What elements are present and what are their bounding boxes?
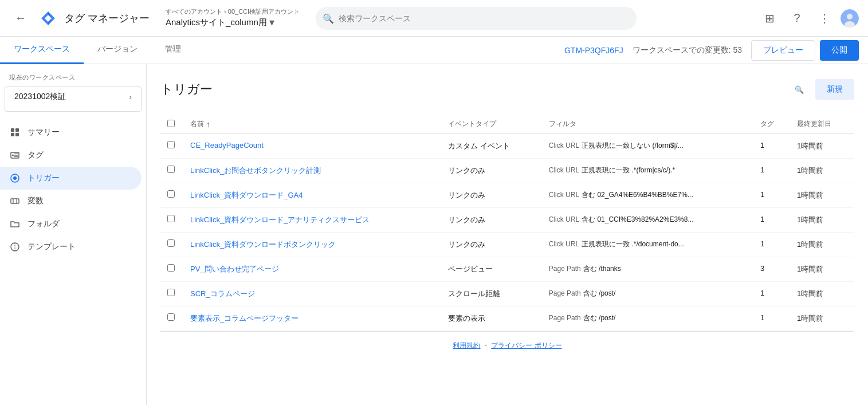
svg-point-11: [12, 155, 14, 156]
row-checkbox-3[interactable]: [167, 215, 175, 222]
workspace-id: GTM-P3QFJ6FJ: [564, 46, 633, 55]
sidebar-item-variables[interactable]: 変数: [0, 190, 142, 213]
back-button[interactable]: ←: [9, 7, 32, 30]
avatar[interactable]: [840, 9, 859, 27]
page-title: トリガー: [160, 81, 213, 98]
topbar-actions: ⊞ ? ⋮: [758, 7, 859, 30]
preview-button[interactable]: プレビュー: [751, 40, 815, 61]
updated-cell-4: 1時間前: [790, 233, 854, 257]
folders-icon: [9, 218, 21, 230]
sidebar-item-label-triggers: トリガー: [28, 173, 60, 183]
svg-rect-8: [11, 133, 14, 136]
sidebar-item-label-templates: テンプレート: [28, 242, 76, 252]
account-selector[interactable]: すべてのアカウント › 00_CCI検証用アカウント Analyticsサイト_…: [166, 7, 300, 29]
back-icon: ←: [15, 11, 26, 25]
search-icon: 🔍: [323, 13, 334, 23]
terms-link[interactable]: 利用規約: [453, 341, 480, 349]
privacy-link[interactable]: プライバシー ポリシー: [491, 341, 561, 349]
filter-type-4: Click URL: [549, 240, 579, 248]
filter-condition-5: 含む /thanks: [583, 264, 621, 274]
row-checkbox-7[interactable]: [167, 313, 175, 321]
sidebar-item-summary[interactable]: サマリー: [0, 121, 142, 144]
tab-workspace[interactable]: ワークスペース: [0, 37, 84, 64]
workspace-chevron-icon: ›: [129, 92, 132, 101]
svg-rect-6: [11, 128, 14, 132]
more-menu-button[interactable]: ⋮: [813, 7, 836, 30]
filter-type-6: Page Path: [549, 289, 581, 297]
filter-condition-6: 含む /post/: [583, 289, 616, 298]
row-checkbox-0[interactable]: [167, 141, 175, 148]
sidebar-item-tags[interactable]: タグ: [0, 144, 142, 167]
event-type-cell-6: スクロール距離: [441, 282, 542, 306]
tag-count-cell-7: 1: [753, 306, 790, 331]
filter-cell-7: Page Path 含む /post/: [542, 306, 753, 331]
svg-rect-7: [15, 128, 19, 132]
gtm-logo: [39, 9, 57, 27]
grid-icon-button[interactable]: ⊞: [758, 7, 781, 30]
table-row: SCR_コラムページ スクロール距離 Page Path 含む /post/ 1…: [160, 282, 854, 306]
app-title: タグ マネージャー: [64, 11, 150, 25]
triggers-icon: [9, 172, 21, 184]
filter-cell-3: Click URL 含む 01_CCI%E3%82%A2%E3%8...: [542, 208, 753, 233]
table-row: CE_ReadyPageCount カスタム イベント Click URL 正規…: [160, 134, 854, 159]
filter-type-5: Page Path: [549, 265, 581, 273]
trigger-name-0[interactable]: CE_ReadyPageCount: [190, 141, 264, 150]
content-header: トリガー 🔍 新規: [160, 78, 854, 101]
search-input[interactable]: [316, 7, 637, 30]
table-row: LinkClick_資料ダウンロードボタンクリック リンクのみ Click UR…: [160, 233, 854, 257]
updated-cell-0: 1時間前: [790, 134, 854, 159]
sidebar-item-label-variables: 変数: [28, 196, 44, 206]
trigger-name-6[interactable]: SCR_コラムページ: [190, 289, 255, 298]
col-header-filter: フィルタ: [542, 115, 753, 134]
sidebar-item-triggers[interactable]: トリガー: [0, 167, 142, 190]
more-icon: ⋮: [819, 11, 830, 25]
trigger-name-4[interactable]: LinkClick_資料ダウンロードボタンクリック: [190, 240, 336, 249]
svg-point-20: [11, 243, 19, 251]
updated-cell-1: 1時間前: [790, 159, 854, 183]
trigger-name-1[interactable]: LinkClick_お問合せボタンクリック計測: [190, 166, 321, 175]
sidebar-item-templates[interactable]: テンプレート: [0, 235, 142, 258]
tag-count-cell-3: 1: [753, 208, 790, 233]
row-checkbox-2[interactable]: [167, 190, 175, 198]
sidebar-nav: サマリー タグ トリガー 変数: [0, 121, 146, 258]
row-checkbox-6[interactable]: [167, 289, 175, 296]
event-type-cell-4: リンクのみ: [441, 233, 542, 257]
updated-cell-3: 1時間前: [790, 208, 854, 233]
col-header-updated: 最終更新日: [790, 115, 854, 134]
tab-admin[interactable]: 管理: [151, 37, 195, 64]
row-checkbox-4[interactable]: [167, 239, 175, 247]
trigger-name-7[interactable]: 要素表示_コラムページフッター: [190, 314, 299, 323]
svg-point-16: [13, 176, 17, 180]
workspace-name-selector[interactable]: 20231002検証 ›: [5, 86, 142, 112]
updated-cell-6: 1時間前: [790, 282, 854, 306]
sidebar: 現在のワークスペース 20231002検証 › サマリー タグ: [0, 64, 147, 405]
updated-cell-2: 1時間前: [790, 183, 854, 208]
trigger-name-3[interactable]: LinkClick_資料ダウンロード_アナリティクスサービス: [190, 215, 370, 224]
help-icon-button[interactable]: ?: [785, 7, 808, 30]
row-checkbox-5[interactable]: [167, 264, 175, 272]
account-breadcrumb: すべてのアカウント › 00_CCI検証用アカウント: [166, 7, 300, 16]
filter-condition-0: 正規表現に一致しない (/form$|/...: [582, 141, 684, 151]
table-search-button[interactable]: 🔍: [788, 78, 811, 101]
new-trigger-button[interactable]: 新規: [815, 79, 854, 100]
trigger-name-5[interactable]: PV_問い合わせ完了ページ: [190, 265, 279, 273]
sidebar-item-folders[interactable]: フォルダ: [0, 213, 142, 235]
footer-separator: ・: [482, 341, 489, 349]
page-footer: 利用規約 ・ プライバシー ポリシー: [160, 331, 854, 360]
col-header-event-type: イベントタイプ: [441, 115, 542, 134]
summary-icon: [9, 127, 21, 138]
trigger-name-2[interactable]: LinkClick_資料ダウンロード_GA4: [190, 191, 303, 199]
tag-count-cell-6: 1: [753, 282, 790, 306]
avatar-image: [840, 9, 859, 27]
table-row: PV_問い合わせ完了ページ ページビュー Page Path 含む /thank…: [160, 257, 854, 282]
table-row: LinkClick_お問合せボタンクリック計測 リンクのみ Click URL …: [160, 159, 854, 183]
select-all-checkbox[interactable]: [167, 120, 175, 127]
event-type-cell-7: 要素の表示: [441, 306, 542, 331]
publish-button[interactable]: 公開: [820, 40, 859, 61]
templates-icon: [9, 241, 21, 253]
sidebar-item-label-folders: フォルダ: [28, 219, 60, 229]
table-search-icon: 🔍: [795, 85, 804, 94]
sidebar-item-label-summary: サマリー: [28, 127, 60, 137]
tab-version[interactable]: バージョン: [84, 37, 151, 64]
row-checkbox-1[interactable]: [167, 166, 175, 173]
